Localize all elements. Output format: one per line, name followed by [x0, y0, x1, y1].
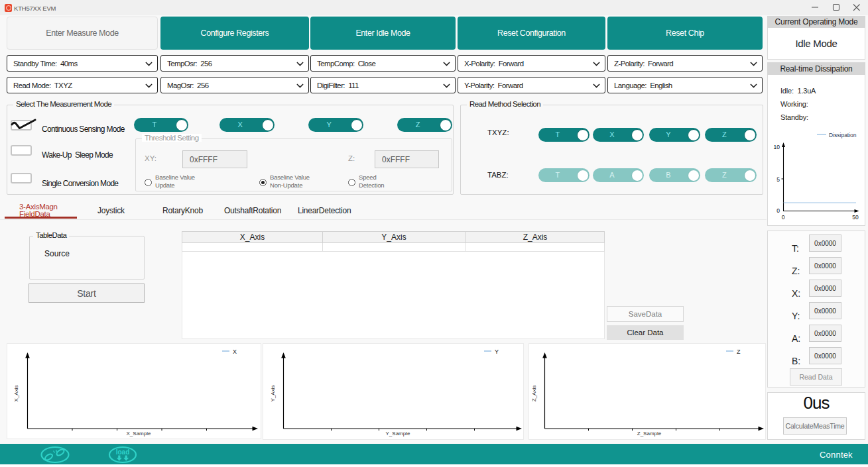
svg-text:0: 0: [776, 207, 780, 214]
svg-text:X_Axis: X_Axis: [13, 386, 19, 402]
svg-text:5: 5: [776, 176, 780, 183]
svg-text:X: X: [233, 348, 237, 355]
svg-text:Y: Y: [495, 348, 499, 355]
svg-text:Dissipation: Dissipation: [829, 132, 857, 138]
svg-text:Z_Axis: Z_Axis: [531, 386, 537, 401]
svg-text:Y_Axis: Y_Axis: [270, 386, 276, 402]
svg-text:load: load: [116, 448, 130, 456]
svg-text:Y_Sample: Y_Sample: [386, 431, 410, 437]
svg-text:0: 0: [782, 214, 785, 221]
svg-text:Z: Z: [737, 348, 741, 355]
svg-text:X_Sample: X_Sample: [127, 431, 151, 437]
svg-text:Z_Sample: Z_Sample: [637, 431, 662, 437]
svg-text:50: 50: [852, 214, 859, 221]
svg-text:10: 10: [774, 144, 780, 150]
